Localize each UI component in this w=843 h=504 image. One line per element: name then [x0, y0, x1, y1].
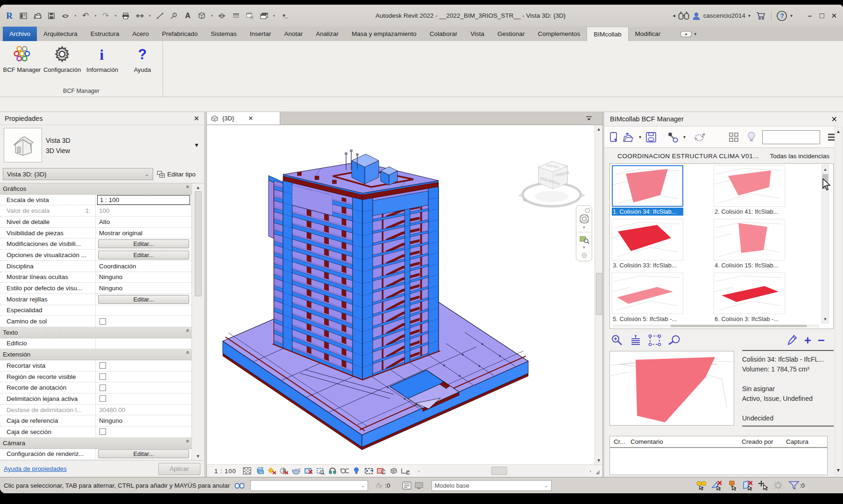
thin-lines-icon[interactable] — [230, 10, 241, 21]
connect-dropdown-icon[interactable]: ▾ — [683, 131, 686, 144]
find-components-icon[interactable] — [668, 334, 681, 346]
dropdown-arrow-icon[interactable]: ▾ — [148, 10, 151, 21]
wheel-dropdown-icon[interactable]: ▼ — [582, 225, 586, 230]
scroll-down-icon[interactable]: ▼ — [835, 466, 842, 474]
tab-estructura[interactable]: Estructura — [84, 27, 126, 41]
search-input[interactable] — [762, 130, 820, 144]
issue-item-1[interactable]: 1. Colisión 34: IfcSlab... — [612, 165, 683, 216]
grid-view-icon[interactable] — [729, 131, 739, 144]
smart-view-icon[interactable] — [747, 131, 756, 144]
property-row-mostrar-rejillas[interactable]: Mostrar rejillas « Mostrar rejillas Edit… — [0, 294, 191, 305]
save-icon[interactable] — [46, 10, 57, 21]
redo-icon[interactable]: ↷ — [100, 10, 111, 21]
apply-button[interactable]: Aplicar — [158, 463, 200, 475]
tab-complementos[interactable]: Complementos — [531, 27, 587, 41]
add-comment-icon[interactable]: + — [804, 336, 811, 345]
tab-masa-y-emplazamiento[interactable]: Masa y emplazamiento — [345, 27, 423, 41]
nav-pin-icon[interactable] — [585, 208, 590, 213]
tab-arquitectura[interactable]: Arquitectura — [37, 27, 84, 41]
property-row-desfase-de-delimitacion[interactable]: Desfase de delimitación l... « Desfase d… — [0, 405, 191, 416]
panel-toggle-dropdown-icon[interactable]: ▾ — [694, 31, 696, 36]
dropdown-arrow-icon[interactable]: ▾ — [74, 10, 77, 21]
properties-panel-header[interactable]: Propiedades ✕ — [0, 112, 204, 125]
user-dropdown-icon[interactable]: ▾ — [748, 13, 751, 18]
tag-icon[interactable]: 1 — [168, 10, 179, 21]
worksharing-display-icon[interactable] — [389, 467, 397, 476]
property-row-mostrar-lineas-ocultas[interactable]: Mostrar líneas ocultas « Mostrar líneas … — [0, 272, 191, 283]
crop-view-icon[interactable] — [304, 467, 312, 476]
text-icon[interactable]: A — [182, 10, 193, 21]
property-row-valor-de-escala[interactable]: Valor de escala « Valor de escala1: 100 … — [0, 205, 191, 217]
scroll-right-icon[interactable]: › — [587, 466, 594, 476]
tab-prefabricado[interactable]: Prefabricado — [156, 27, 205, 41]
close-icon[interactable]: ✕ — [193, 114, 199, 123]
close-hidden-windows-icon[interactable] — [244, 10, 255, 21]
save-bcf-icon[interactable] — [645, 131, 657, 144]
tab-modificar[interactable]: Modificar — [629, 27, 667, 41]
tab-acero[interactable]: Acero — [126, 27, 155, 41]
minimize-button[interactable]: – — [804, 9, 816, 23]
show-crop-icon[interactable] — [316, 467, 325, 476]
help-dropdown-icon[interactable]: ▾ — [790, 13, 793, 18]
measure-icon[interactable] — [134, 10, 145, 21]
ribbon-button-ayuda[interactable]: i ? Ayuda — [122, 41, 163, 85]
store-cart-icon[interactable] — [756, 11, 766, 20]
sun-path-icon[interactable] — [267, 467, 276, 476]
section-icon[interactable] — [216, 10, 227, 21]
edit-button[interactable]: Editar... — [98, 251, 189, 259]
main-model-icon[interactable] — [414, 480, 424, 490]
tab-gestionar[interactable]: Gestionar — [491, 27, 531, 41]
connect-icon[interactable] — [667, 131, 679, 144]
property-row-region-de-recorte-visible[interactable]: Región de recorte visible « Región de re… — [0, 371, 191, 383]
tab-insertar[interactable]: Insertar — [243, 27, 278, 41]
horizontal-scrollbar[interactable]: ‹ › — [415, 466, 594, 476]
checkbox[interactable] — [99, 373, 106, 380]
section-extension[interactable]: Extensión « Extensión — [0, 349, 191, 360]
property-row-disciplina[interactable]: Disciplina « Disciplina Coordinación Coo… — [0, 261, 191, 272]
settings-icon[interactable] — [773, 480, 783, 490]
property-row-edificio[interactable]: Edificio « Edificio — [0, 338, 191, 350]
sync-issues-icon[interactable] — [693, 131, 706, 144]
property-row-recortar-vista[interactable]: Recortar vista « Recortar vista — [0, 360, 191, 371]
undo-icon[interactable]: ↶ — [80, 10, 91, 21]
bcf-panel-header[interactable]: BIMcollab BCF Manager ✕ — [604, 112, 843, 126]
property-row-especialidad[interactable]: Especialidad « Especialidad — [0, 305, 191, 316]
section-camara[interactable]: Cámara « Cámara — [0, 438, 191, 449]
drag-elements-icon[interactable] — [758, 480, 768, 490]
scroll-up-icon[interactable]: ▲ — [192, 183, 204, 191]
customize-qat-icon[interactable]: ▼̲ — [278, 10, 290, 21]
properties-help-link[interactable]: Ayuda de propiedades — [4, 465, 67, 472]
property-row-configuracion-de-renderizacion[interactable]: Configuración de renderiz... « Configura… — [0, 449, 191, 460]
open-dropdown-icon[interactable]: ▾ — [639, 131, 641, 144]
issue-item-3[interactable]: 3. Colisión 33: IfcSlab... — [612, 219, 683, 269]
property-row-caja-de-referencia[interactable]: Caja de referencia « Caja de referencia … — [0, 415, 191, 427]
collapse-arrow-icon[interactable]: ◂ — [673, 13, 675, 19]
issue-item-5[interactable]: 5. Colisión 5: IfcSlab -... — [612, 273, 683, 323]
bcf-panel-scrollbar[interactable]: ▲ ▼ — [835, 127, 842, 475]
scrollbar-thumb[interactable] — [491, 467, 507, 475]
column-header[interactable]: Creado por — [742, 438, 786, 445]
search-icon[interactable] — [678, 11, 689, 20]
user-name[interactable]: cascencio2014 — [703, 12, 745, 19]
issue-detail-image[interactable] — [609, 351, 734, 426]
zoom-issue-icon[interactable] — [611, 334, 623, 346]
ribbon-group-label[interactable]: BCF Manager — [0, 85, 163, 97]
ribbon-button-informacion[interactable]: i ? Información — [82, 41, 122, 85]
aligned-dimension-icon[interactable] — [154, 10, 165, 21]
selection-box-icon[interactable] — [364, 467, 373, 476]
checkbox[interactable] — [99, 428, 106, 435]
section-texto[interactable]: Texto « Texto — [0, 327, 191, 338]
column-header[interactable]: Cr... — [610, 438, 630, 445]
model-canvas[interactable]: N IZQUIERDA FRENTE ARRIBA ▼ ▼ — [207, 125, 602, 464]
column-header[interactable]: Comentario — [630, 438, 742, 445]
dropdown-arrow-icon[interactable]: ▾ — [94, 10, 97, 21]
tab-bimcollab[interactable]: BIMcollab — [587, 27, 628, 41]
exclude-options-icon[interactable] — [711, 480, 722, 490]
steering-wheel-icon[interactable] — [579, 213, 590, 224]
edit-issue-icon[interactable] — [786, 334, 798, 346]
value-input[interactable]: 1 : 100 — [97, 195, 190, 205]
edit-type-button[interactable]: Editar tipo — [157, 171, 196, 178]
viewcube[interactable]: N IZQUIERDA FRENTE ARRIBA — [515, 149, 590, 210]
reveal-hidden-elements-icon[interactable] — [696, 480, 706, 490]
property-row-nivel-de-detalle[interactable]: Nivel de detalle « Nivel de detalle Alto… — [0, 217, 191, 228]
